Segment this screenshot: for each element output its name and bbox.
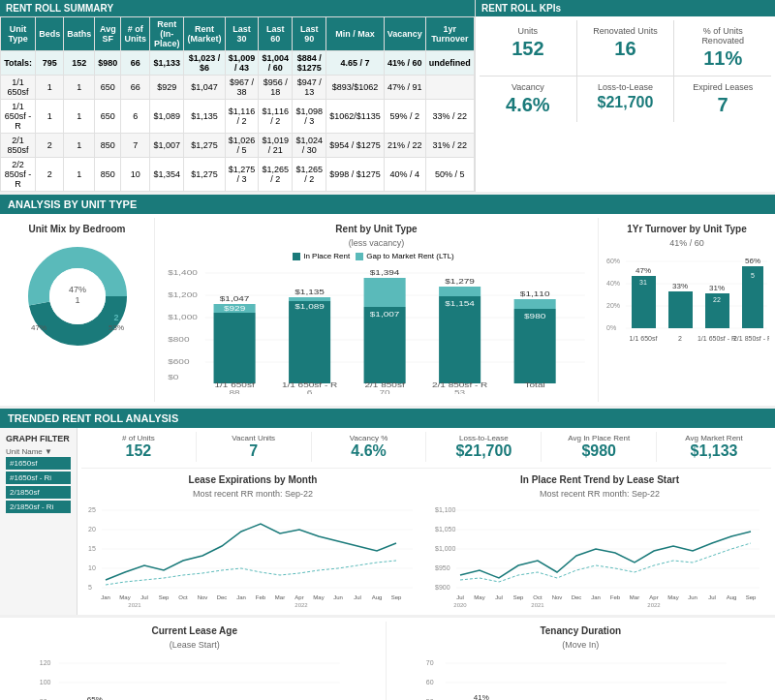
svg-text:Nov: Nov (198, 594, 208, 600)
filter-item[interactable]: #1650sf - Ri (6, 472, 71, 484)
svg-text:Apr: Apr (649, 594, 658, 600)
svg-text:Jan: Jan (101, 594, 110, 600)
svg-text:Jul: Jul (456, 594, 464, 600)
svg-text:Total: Total (525, 381, 545, 389)
unit-mix-title: Unit Mix by Bedroom (6, 224, 148, 234)
svg-rect-32 (364, 307, 406, 383)
svg-text:6: 6 (307, 389, 313, 394)
svg-text:$1,400: $1,400 (168, 269, 198, 277)
kpi-vacancy: Vacancy 4.6% (480, 76, 576, 122)
svg-text:Sep: Sep (513, 594, 524, 600)
svg-text:May: May (119, 594, 130, 600)
col-turnover: 1yr Turnover (425, 17, 474, 51)
svg-text:Oct: Oct (533, 594, 542, 600)
svg-text:$1,154: $1,154 (445, 300, 475, 308)
filter-item[interactable]: 2/1850sf - Ri (6, 501, 71, 513)
metric-item: Vacant Units7 (197, 432, 312, 462)
svg-text:Mar: Mar (275, 594, 285, 600)
metric-item: Avg In Place Rent$980 (542, 432, 657, 462)
svg-text:2/1 850sf: 2/1 850sf (364, 381, 405, 389)
svg-rect-39 (439, 287, 480, 296)
svg-text:0%: 0% (606, 324, 616, 331)
svg-text:$600: $600 (168, 358, 190, 366)
metric-item: # of Units152 (81, 432, 197, 462)
svg-text:Mar: Mar (630, 594, 639, 600)
svg-text:Jun: Jun (333, 594, 343, 600)
filter-title: GRAPH FILTER (6, 434, 71, 443)
svg-text:Feb: Feb (610, 594, 621, 600)
svg-text:$1,279: $1,279 (445, 278, 475, 286)
svg-rect-26 (289, 301, 330, 383)
svg-text:$929: $929 (224, 305, 246, 313)
turnover-subtitle: 41% / 60 (604, 238, 769, 248)
svg-text:41%: 41% (473, 693, 488, 700)
tenancy-title: Tenancy Duration (394, 625, 768, 636)
filter-item[interactable]: #1650sf (6, 457, 71, 470)
rent-by-unit-type-title: Rent by Unit Type (161, 224, 592, 234)
filter-item[interactable]: 2/1850sf (6, 486, 71, 499)
svg-text:$0: $0 (168, 374, 178, 381)
col-beds: Beds (36, 17, 64, 51)
svg-text:40%: 40% (606, 280, 620, 287)
svg-text:$1,000: $1,000 (168, 314, 198, 321)
table-row: 2/1 850sf218507$1,007$1,275$1,026 / 5$1,… (1, 134, 475, 158)
col-unit-type: Unit Type (1, 17, 36, 51)
svg-text:15: 15 (88, 545, 96, 552)
svg-text:Dec: Dec (217, 594, 228, 600)
svg-text:$1,000: $1,000 (435, 545, 456, 552)
metric-item: Avg Market Rent$1,133 (657, 432, 771, 462)
unit-name-label[interactable]: Unit Name ▼ (6, 447, 71, 456)
svg-text:1/1 650sf - R: 1/1 650sf - R (282, 381, 337, 389)
svg-text:$1,089: $1,089 (294, 303, 325, 311)
trended-header: TRENDED RENT ROLL ANALYSIS (0, 409, 775, 428)
svg-rect-20 (214, 313, 256, 383)
svg-text:Jun: Jun (688, 594, 698, 600)
svg-text:22: 22 (713, 296, 721, 303)
svg-text:May: May (313, 594, 324, 600)
svg-text:$800: $800 (168, 336, 190, 344)
svg-text:$1,100: $1,100 (435, 506, 456, 513)
svg-text:May: May (667, 594, 678, 600)
svg-text:2022: 2022 (294, 602, 308, 608)
svg-text:25: 25 (88, 506, 96, 513)
svg-text:$1,200: $1,200 (168, 291, 198, 299)
svg-text:Jul: Jul (140, 594, 148, 600)
svg-text:$980: $980 (524, 313, 546, 320)
col-l90: Last 90 (293, 17, 326, 51)
kpi-expired-leases: Expired Leases 7 (674, 76, 771, 122)
svg-text:$1,007: $1,007 (370, 311, 400, 319)
rent-trend-title: In Place Rent Trend by Lease Start (428, 474, 771, 485)
col-inplace: Rent (In-Place) (150, 17, 184, 51)
svg-text:1: 1 (36, 313, 41, 322)
svg-text:1/1 650sf - R: 1/1 650sf - R (698, 335, 736, 342)
table-row: 1/1 650sf1165066$929$1,047$967 / 38$956 … (1, 76, 475, 100)
svg-text:47%: 47% (68, 285, 85, 294)
svg-text:$900: $900 (435, 584, 450, 591)
svg-text:2022: 2022 (647, 602, 661, 608)
kpi-units: Units 152 (480, 20, 576, 76)
svg-text:2/1 850sf - R: 2/1 850sf - R (432, 381, 487, 389)
svg-text:53: 53 (454, 389, 465, 394)
svg-text:120: 120 (40, 659, 51, 666)
svg-text:2: 2 (678, 335, 682, 342)
svg-text:70: 70 (425, 659, 433, 666)
rent-by-unit-subtitle: (less vacancy) (161, 238, 592, 248)
svg-text:$950: $950 (435, 564, 450, 571)
svg-rect-45 (514, 299, 556, 309)
svg-text:$1,050: $1,050 (435, 526, 456, 533)
metric-item: Loss-to-Lease$21,700 (426, 432, 542, 462)
svg-text:Aug: Aug (372, 594, 383, 600)
svg-text:Sep: Sep (159, 594, 170, 600)
col-baths: Baths (64, 17, 95, 51)
col-units: # of Units (121, 17, 150, 51)
svg-text:5: 5 (88, 584, 92, 591)
svg-rect-61 (668, 291, 693, 328)
svg-text:Sep: Sep (746, 594, 757, 600)
turnover-title: 1Yr Turnover by Unit Type (604, 224, 769, 234)
col-l30: Last 30 (225, 17, 259, 51)
svg-text:20%: 20% (606, 302, 620, 309)
svg-text:Jul: Jul (495, 594, 503, 600)
svg-text:$1,110: $1,110 (520, 290, 550, 298)
svg-text:Aug: Aug (727, 594, 737, 600)
kpi-pct-renovated: % of Units Renovated 11% (674, 20, 771, 76)
